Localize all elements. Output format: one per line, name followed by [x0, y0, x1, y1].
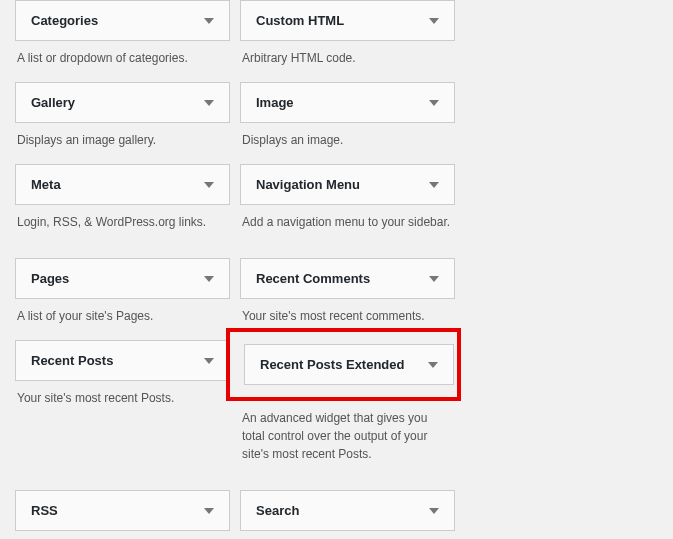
chevron-down-icon [204, 358, 214, 364]
widget-title: Meta [31, 177, 61, 192]
chevron-down-icon [204, 100, 214, 106]
chevron-down-icon [204, 182, 214, 188]
widget-title: Categories [31, 13, 98, 28]
widget-recent-posts-extended[interactable]: Recent Posts Extended [244, 344, 454, 385]
widget-search[interactable]: Search [240, 490, 455, 531]
widget-description: An advanced widget that gives you total … [240, 401, 455, 463]
widget-title: Navigation Menu [256, 177, 360, 192]
widget-meta[interactable]: Meta [15, 164, 230, 205]
widget-description: A list or dropdown of categories. [15, 41, 230, 67]
chevron-down-icon [429, 276, 439, 282]
widget-navigation-menu[interactable]: Navigation Menu [240, 164, 455, 205]
widget-title: Recent Comments [256, 271, 370, 286]
chevron-down-icon [204, 276, 214, 282]
widget-custom-html[interactable]: Custom HTML [240, 0, 455, 41]
widget-description: Displays an image. [240, 123, 455, 149]
widget-title: Recent Posts Extended [260, 357, 405, 372]
widget-description: Your site's most recent Posts. [15, 381, 230, 407]
widget-title: Search [256, 503, 299, 518]
widget-title: Image [256, 95, 294, 110]
chevron-down-icon [429, 182, 439, 188]
widget-rss[interactable]: RSS [15, 490, 230, 531]
widget-title: RSS [31, 503, 58, 518]
chevron-down-icon [204, 508, 214, 514]
chevron-down-icon [204, 18, 214, 24]
widget-title: Custom HTML [256, 13, 344, 28]
widget-title: Pages [31, 271, 69, 286]
widget-description: A search form for your site. [240, 531, 455, 539]
widget-recent-comments[interactable]: Recent Comments [240, 258, 455, 299]
chevron-down-icon [429, 508, 439, 514]
widget-description: Login, RSS, & WordPress.org links. [15, 205, 230, 231]
highlight-box: Recent Posts Extended [226, 328, 461, 401]
widget-description: Displays an image gallery. [15, 123, 230, 149]
widget-title: Recent Posts [31, 353, 113, 368]
chevron-down-icon [429, 100, 439, 106]
widget-description: Add a navigation menu to your sidebar. [240, 205, 455, 231]
widget-image[interactable]: Image [240, 82, 455, 123]
widget-description: Entries from any RSS or Atom feed. [15, 531, 230, 539]
widget-description: A list of your site's Pages. [15, 299, 230, 325]
widget-title: Gallery [31, 95, 75, 110]
widget-description: Your site's most recent comments. [240, 299, 455, 325]
widget-pages[interactable]: Pages [15, 258, 230, 299]
widget-categories[interactable]: Categories [15, 0, 230, 41]
chevron-down-icon [428, 362, 438, 368]
widget-gallery[interactable]: Gallery [15, 82, 230, 123]
chevron-down-icon [429, 18, 439, 24]
widget-recent-posts[interactable]: Recent Posts [15, 340, 230, 381]
widget-description: Arbitrary HTML code. [240, 41, 455, 67]
